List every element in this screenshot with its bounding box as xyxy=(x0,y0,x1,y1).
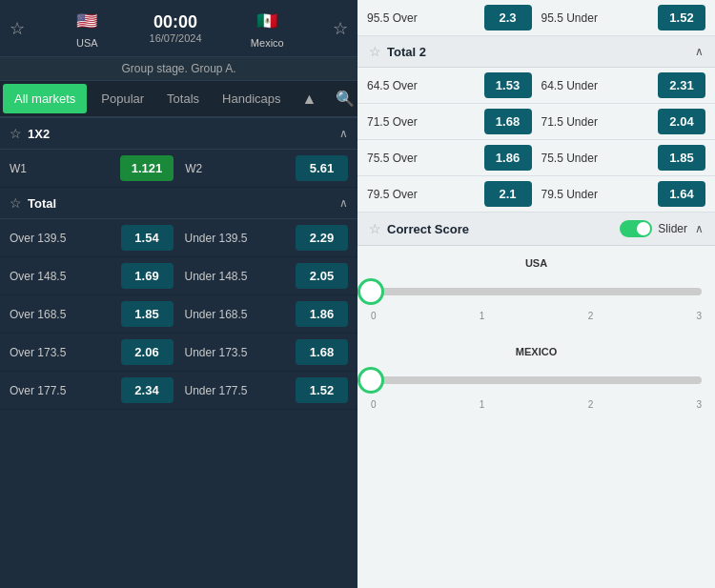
slider-label: Slider xyxy=(658,222,687,235)
1x2-title: 1X2 xyxy=(28,127,339,141)
total2-row-0: 64.5 Over 1.53 64.5 Under 2.31 xyxy=(358,68,715,104)
slider-mexico-section: MEXICO 0 1 2 3 xyxy=(358,335,715,423)
total-row-3: Over 173.5 2.06 Under 173.5 1.68 xyxy=(0,334,358,372)
correct-score-header[interactable]: ☆ Correct Score Slider ∧ xyxy=(358,213,715,246)
favorite-star-left[interactable]: ☆ xyxy=(10,18,25,39)
total-chevron: ∧ xyxy=(339,196,348,210)
total-row-1: Over 148.5 1.69 Under 148.5 2.05 xyxy=(0,257,358,295)
top-bet-row-0: 95.5 Over 2.3 95.5 Under 1.52 xyxy=(358,0,715,36)
tab-all-markets[interactable]: All markets xyxy=(3,84,87,113)
correct-score-star[interactable]: ☆ xyxy=(369,221,381,236)
total2-label-under-2: 75.5 Under xyxy=(541,152,659,165)
team2-flag: 🇲🇽 xyxy=(254,8,280,34)
tab-handicaps[interactable]: Handicaps xyxy=(211,84,292,113)
total2-odds-under-3[interactable]: 1.64 xyxy=(658,181,705,207)
total2-label-over-2: 75.5 Over xyxy=(367,152,484,165)
1x2-label-w1: W1 xyxy=(10,162,120,175)
match-header: ☆ 🇺🇸 USA 00:00 16/07/2024 🇲🇽 Mexico ☆ xyxy=(0,0,358,57)
total-label-under-3: Under 173.5 xyxy=(185,346,296,359)
1x2-odds-w2[interactable]: 5.61 xyxy=(296,155,348,181)
total2-row-2: 75.5 Over 1.86 75.5 Under 1.85 xyxy=(358,140,715,176)
total-label-under-0: Under 139.5 xyxy=(185,232,296,245)
slider-usa-label: USA xyxy=(371,257,702,269)
slider-mexico-label-2: 2 xyxy=(588,399,594,410)
total2-label-under-0: 64.5 Under xyxy=(541,79,659,92)
total2-label-under-3: 79.5 Under xyxy=(541,188,659,201)
total2-odds-under-0[interactable]: 2.31 xyxy=(658,72,705,98)
1x2-section-header[interactable]: ☆ 1X2 ∧ xyxy=(0,118,358,150)
1x2-row-0: W1 1.121 W2 5.61 xyxy=(0,150,358,188)
match-time-block: 00:00 16/07/2024 xyxy=(150,12,202,44)
team1-flag: 🇺🇸 xyxy=(73,8,100,34)
slider-usa-container[interactable] xyxy=(371,274,702,309)
stage-label: Group stage. Group A. xyxy=(0,57,358,81)
team1-info: 🇺🇸 USA xyxy=(73,8,100,49)
search-button[interactable]: 🔍 xyxy=(326,82,358,115)
slider-usa-track[interactable] xyxy=(371,288,702,295)
total-odds-under-4[interactable]: 1.52 xyxy=(296,377,348,403)
top-odds-under-0[interactable]: 1.52 xyxy=(658,5,705,30)
total-label-over-0: Over 139.5 xyxy=(10,232,121,245)
top-odds-over-0[interactable]: 2.3 xyxy=(484,5,532,30)
total2-odds-over-0[interactable]: 1.53 xyxy=(484,72,532,98)
slider-mexico-label: MEXICO xyxy=(371,346,702,357)
slider-mexico-track[interactable] xyxy=(371,376,702,384)
total-section-header[interactable]: ☆ Total ∧ xyxy=(0,188,358,219)
total-label-under-4: Under 177.5 xyxy=(185,384,296,397)
1x2-label-w2: W2 xyxy=(185,162,296,175)
market-tabs: All markets Popular Totals Handicaps ▲ 🔍 xyxy=(0,81,358,118)
total-title: Total xyxy=(28,196,339,211)
total-star[interactable]: ☆ xyxy=(10,195,22,211)
total2-label-over-1: 71.5 Over xyxy=(367,115,484,129)
favorite-star-right[interactable]: ☆ xyxy=(333,18,348,39)
total2-odds-under-1[interactable]: 2.04 xyxy=(658,109,705,134)
slider-usa-labels: 0 1 2 3 xyxy=(371,309,702,323)
correct-score-toggle[interactable] xyxy=(620,220,652,237)
total2-odds-over-1[interactable]: 1.68 xyxy=(484,109,532,134)
total-odds-over-3[interactable]: 2.06 xyxy=(121,339,174,365)
total2-odds-over-2[interactable]: 1.86 xyxy=(484,145,532,171)
slider-mexico-container[interactable] xyxy=(371,363,702,397)
total-odds-over-1[interactable]: 1.69 xyxy=(121,263,174,289)
total-odds-under-2[interactable]: 1.86 xyxy=(296,301,348,327)
team2-info: 🇲🇽 Mexico xyxy=(251,8,284,49)
slider-mexico-handle[interactable] xyxy=(358,367,384,394)
slider-usa-handle[interactable] xyxy=(358,278,384,305)
1x2-chevron: ∧ xyxy=(339,127,348,140)
total-odds-over-0[interactable]: 1.54 xyxy=(121,225,174,251)
total2-odds-under-2[interactable]: 1.85 xyxy=(658,145,705,171)
total2-label-over-3: 79.5 Over xyxy=(367,188,484,201)
slider-usa-label-2: 2 xyxy=(588,311,594,321)
left-panel: ☆ 🇺🇸 USA 00:00 16/07/2024 🇲🇽 Mexico ☆ Gr… xyxy=(0,0,358,588)
total-row-4: Over 177.5 2.34 Under 177.5 1.52 xyxy=(0,372,358,410)
1x2-star[interactable]: ☆ xyxy=(10,126,22,141)
slider-usa-label-1: 1 xyxy=(480,311,485,321)
total-label-over-3: Over 173.5 xyxy=(10,346,121,359)
slider-mexico-label-1: 1 xyxy=(480,399,485,410)
slider-mexico-label-0: 0 xyxy=(371,399,377,410)
total2-chevron: ∧ xyxy=(695,45,704,58)
total2-star[interactable]: ☆ xyxy=(369,44,381,59)
total-odds-under-1[interactable]: 2.05 xyxy=(296,263,348,289)
tab-popular[interactable]: Popular xyxy=(90,84,155,113)
total-row-2: Over 168.5 1.85 Under 168.5 1.86 xyxy=(0,295,358,334)
total-label-over-1: Over 148.5 xyxy=(10,270,121,283)
1x2-odds-w1[interactable]: 1.121 xyxy=(120,155,174,181)
total-odds-under-3[interactable]: 1.68 xyxy=(296,339,348,365)
total-odds-over-2[interactable]: 1.85 xyxy=(121,301,174,327)
total-odds-over-4[interactable]: 2.34 xyxy=(121,377,174,403)
total2-label-over-0: 64.5 Over xyxy=(367,79,484,92)
total-label-under-2: Under 168.5 xyxy=(185,308,296,321)
slider-usa-section: USA 0 1 2 3 xyxy=(358,246,715,335)
correct-score-title: Correct Score xyxy=(387,222,620,236)
right-panel: 95.5 Over 2.3 95.5 Under 1.52 ☆ Total 2 … xyxy=(358,0,715,588)
tab-totals[interactable]: Totals xyxy=(155,84,211,113)
team1-name: USA xyxy=(76,37,98,49)
slider-usa-label-3: 3 xyxy=(696,311,702,321)
total2-section-header[interactable]: ☆ Total 2 ∧ xyxy=(358,36,715,68)
total-odds-under-0[interactable]: 2.29 xyxy=(296,225,348,251)
top-label-under-0: 95.5 Under xyxy=(541,11,659,25)
total2-row-1: 71.5 Over 1.68 71.5 Under 2.04 xyxy=(358,104,715,140)
total2-odds-over-3[interactable]: 2.1 xyxy=(484,181,532,207)
tabs-expand-button[interactable]: ▲ xyxy=(293,83,327,115)
